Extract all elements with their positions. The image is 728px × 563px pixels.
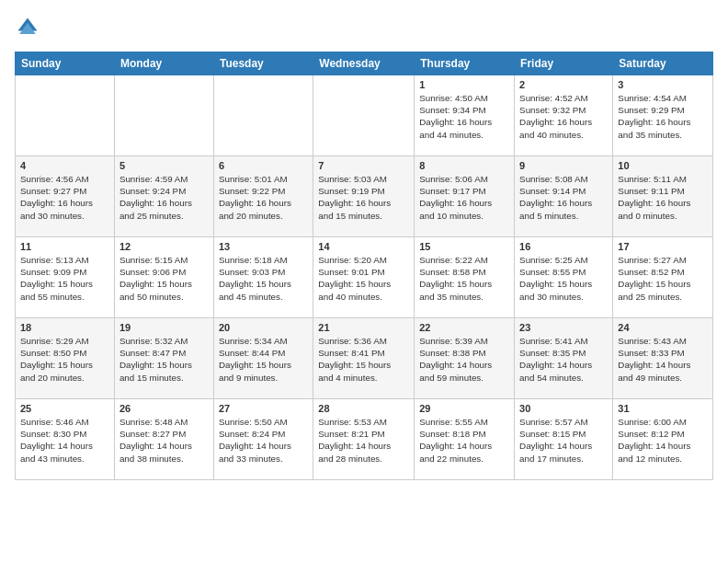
day-info: Sunrise: 5:20 AM Sunset: 9:01 PM Dayligh… [318, 254, 409, 303]
day-number: 16 [519, 241, 608, 252]
day-cell: 23Sunrise: 5:41 AM Sunset: 8:35 PM Dayli… [515, 318, 613, 399]
day-info: Sunrise: 5:53 AM Sunset: 8:21 PM Dayligh… [318, 416, 409, 465]
day-cell: 16Sunrise: 5:25 AM Sunset: 8:55 PM Dayli… [515, 237, 613, 318]
day-number: 28 [318, 403, 409, 414]
day-cell: 17Sunrise: 5:27 AM Sunset: 8:52 PM Dayli… [613, 237, 713, 318]
day-cell: 26Sunrise: 5:48 AM Sunset: 8:27 PM Dayli… [114, 399, 213, 480]
day-info: Sunrise: 6:00 AM Sunset: 8:12 PM Dayligh… [618, 416, 708, 465]
day-cell: 29Sunrise: 5:55 AM Sunset: 8:18 PM Dayli… [415, 399, 515, 480]
day-info: Sunrise: 5:25 AM Sunset: 8:55 PM Dayligh… [519, 254, 608, 303]
day-cell: 20Sunrise: 5:34 AM Sunset: 8:44 PM Dayli… [213, 318, 313, 399]
day-cell: 8Sunrise: 5:06 AM Sunset: 9:17 PM Daylig… [415, 156, 515, 237]
day-cell: 4Sunrise: 4:56 AM Sunset: 9:27 PM Daylig… [16, 156, 115, 237]
day-cell: 14Sunrise: 5:20 AM Sunset: 9:01 PM Dayli… [313, 237, 415, 318]
day-cell: 24Sunrise: 5:43 AM Sunset: 8:33 PM Dayli… [613, 318, 713, 399]
day-number: 10 [618, 160, 708, 171]
day-cell: 27Sunrise: 5:50 AM Sunset: 8:24 PM Dayli… [213, 399, 313, 480]
day-number: 7 [318, 160, 409, 171]
day-cell: 28Sunrise: 5:53 AM Sunset: 8:21 PM Dayli… [313, 399, 415, 480]
day-cell [114, 75, 213, 156]
week-row-5: 25Sunrise: 5:46 AM Sunset: 8:30 PM Dayli… [16, 399, 713, 480]
day-cell: 15Sunrise: 5:22 AM Sunset: 8:58 PM Dayli… [415, 237, 515, 318]
day-cell: 3Sunrise: 4:54 AM Sunset: 9:29 PM Daylig… [613, 75, 713, 156]
day-number: 5 [119, 160, 209, 171]
day-info: Sunrise: 5:41 AM Sunset: 8:35 PM Dayligh… [519, 335, 608, 384]
day-info: Sunrise: 5:22 AM Sunset: 8:58 PM Dayligh… [419, 254, 509, 303]
day-info: Sunrise: 5:36 AM Sunset: 8:41 PM Dayligh… [318, 335, 409, 384]
day-cell: 11Sunrise: 5:13 AM Sunset: 9:09 PM Dayli… [16, 237, 115, 318]
day-cell: 22Sunrise: 5:39 AM Sunset: 8:38 PM Dayli… [415, 318, 515, 399]
header-cell-tuesday: Tuesday [213, 52, 313, 75]
page-header [15, 15, 713, 40]
day-info: Sunrise: 5:48 AM Sunset: 8:27 PM Dayligh… [119, 416, 209, 465]
day-cell: 5Sunrise: 4:59 AM Sunset: 9:24 PM Daylig… [114, 156, 213, 237]
day-info: Sunrise: 4:54 AM Sunset: 9:29 PM Dayligh… [618, 92, 708, 141]
day-cell: 18Sunrise: 5:29 AM Sunset: 8:50 PM Dayli… [16, 318, 115, 399]
day-cell: 6Sunrise: 5:01 AM Sunset: 9:22 PM Daylig… [213, 156, 313, 237]
day-number: 26 [119, 403, 209, 414]
day-number: 1 [419, 79, 509, 90]
day-number: 9 [519, 160, 608, 171]
day-info: Sunrise: 5:15 AM Sunset: 9:06 PM Dayligh… [119, 254, 209, 303]
day-cell: 30Sunrise: 5:57 AM Sunset: 8:15 PM Dayli… [515, 399, 613, 480]
day-info: Sunrise: 4:50 AM Sunset: 9:34 PM Dayligh… [419, 92, 509, 141]
day-info: Sunrise: 5:08 AM Sunset: 9:14 PM Dayligh… [519, 173, 608, 222]
day-number: 27 [219, 403, 308, 414]
header-cell-thursday: Thursday [415, 52, 515, 75]
day-number: 15 [419, 241, 509, 252]
day-cell: 2Sunrise: 4:52 AM Sunset: 9:32 PM Daylig… [515, 75, 613, 156]
day-info: Sunrise: 5:18 AM Sunset: 9:03 PM Dayligh… [219, 254, 308, 303]
day-cell: 25Sunrise: 5:46 AM Sunset: 8:30 PM Dayli… [16, 399, 115, 480]
day-number: 22 [419, 322, 509, 333]
day-number: 11 [20, 241, 109, 252]
logo-icon [15, 15, 40, 40]
day-info: Sunrise: 5:43 AM Sunset: 8:33 PM Dayligh… [618, 335, 708, 384]
day-info: Sunrise: 5:39 AM Sunset: 8:38 PM Dayligh… [419, 335, 509, 384]
day-number: 17 [618, 241, 708, 252]
day-info: Sunrise: 5:06 AM Sunset: 9:17 PM Dayligh… [419, 173, 509, 222]
day-info: Sunrise: 5:01 AM Sunset: 9:22 PM Dayligh… [219, 173, 308, 222]
day-info: Sunrise: 5:57 AM Sunset: 8:15 PM Dayligh… [519, 416, 608, 465]
day-info: Sunrise: 5:29 AM Sunset: 8:50 PM Dayligh… [20, 335, 109, 384]
calendar-table: SundayMondayTuesdayWednesdayThursdayFrid… [15, 52, 713, 480]
week-row-2: 4Sunrise: 4:56 AM Sunset: 9:27 PM Daylig… [16, 156, 713, 237]
day-cell: 9Sunrise: 5:08 AM Sunset: 9:14 PM Daylig… [515, 156, 613, 237]
logo [15, 15, 44, 40]
day-cell [213, 75, 313, 156]
day-cell [16, 75, 115, 156]
day-info: Sunrise: 5:55 AM Sunset: 8:18 PM Dayligh… [419, 416, 509, 465]
day-cell: 31Sunrise: 6:00 AM Sunset: 8:12 PM Dayli… [613, 399, 713, 480]
day-info: Sunrise: 5:46 AM Sunset: 8:30 PM Dayligh… [20, 416, 109, 465]
day-info: Sunrise: 5:03 AM Sunset: 9:19 PM Dayligh… [318, 173, 409, 222]
day-number: 14 [318, 241, 409, 252]
day-cell: 19Sunrise: 5:32 AM Sunset: 8:47 PM Dayli… [114, 318, 213, 399]
day-info: Sunrise: 5:27 AM Sunset: 8:52 PM Dayligh… [618, 254, 708, 303]
header-cell-sunday: Sunday [16, 52, 115, 75]
week-row-3: 11Sunrise: 5:13 AM Sunset: 9:09 PM Dayli… [16, 237, 713, 318]
week-row-1: 1Sunrise: 4:50 AM Sunset: 9:34 PM Daylig… [16, 75, 713, 156]
day-info: Sunrise: 5:34 AM Sunset: 8:44 PM Dayligh… [219, 335, 308, 384]
header-cell-monday: Monday [114, 52, 213, 75]
header-cell-saturday: Saturday [613, 52, 713, 75]
day-number: 13 [219, 241, 308, 252]
day-number: 29 [419, 403, 509, 414]
header-cell-wednesday: Wednesday [313, 52, 415, 75]
day-number: 18 [20, 322, 109, 333]
header-cell-friday: Friday [515, 52, 613, 75]
day-number: 4 [20, 160, 109, 171]
day-number: 21 [318, 322, 409, 333]
day-cell: 13Sunrise: 5:18 AM Sunset: 9:03 PM Dayli… [213, 237, 313, 318]
day-info: Sunrise: 4:56 AM Sunset: 9:27 PM Dayligh… [20, 173, 109, 222]
day-number: 25 [20, 403, 109, 414]
day-cell: 12Sunrise: 5:15 AM Sunset: 9:06 PM Dayli… [114, 237, 213, 318]
day-cell: 10Sunrise: 5:11 AM Sunset: 9:11 PM Dayli… [613, 156, 713, 237]
day-number: 31 [618, 403, 708, 414]
day-number: 6 [219, 160, 308, 171]
day-number: 3 [618, 79, 708, 90]
day-info: Sunrise: 5:13 AM Sunset: 9:09 PM Dayligh… [20, 254, 109, 303]
day-cell: 1Sunrise: 4:50 AM Sunset: 9:34 PM Daylig… [415, 75, 515, 156]
day-cell [313, 75, 415, 156]
calendar-body: 1Sunrise: 4:50 AM Sunset: 9:34 PM Daylig… [16, 75, 713, 480]
day-number: 20 [219, 322, 308, 333]
day-info: Sunrise: 5:11 AM Sunset: 9:11 PM Dayligh… [618, 173, 708, 222]
